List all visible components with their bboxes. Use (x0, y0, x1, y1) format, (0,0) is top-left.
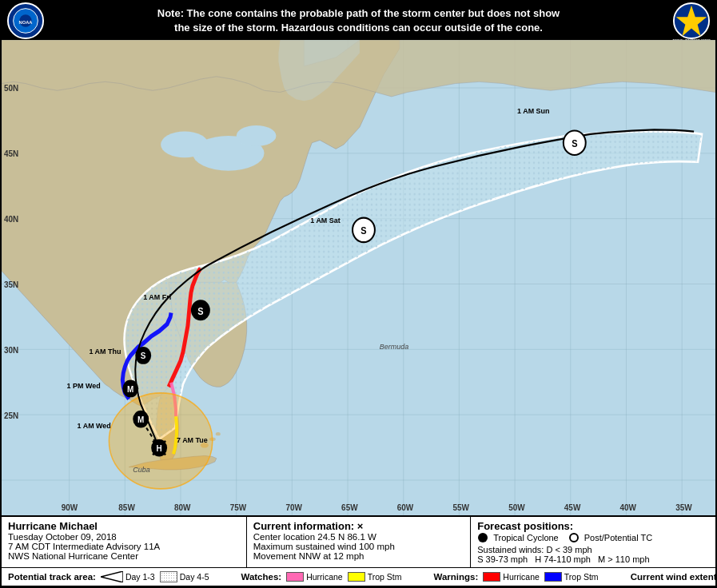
tc-label: Tropical Cyclone (493, 533, 559, 542)
current-wind: Maximum sustained wind 100 mph (253, 542, 464, 551)
svg-text:Bermuda: Bermuda (380, 342, 408, 351)
svg-text:1 AM Sat: 1 AM Sat (310, 216, 340, 224)
svg-text:S: S (141, 352, 146, 360)
watch-trop-label: Trop Stm (368, 572, 402, 582)
svg-text:40W: 40W (620, 503, 637, 512)
main-container: NOAA NATIONAL WEATHER SERVICE Note: The … (0, 0, 717, 588)
svg-text:1 AM Fri: 1 AM Fri (143, 292, 171, 301)
svg-text:M: M (137, 415, 144, 424)
svg-text:S: S (572, 139, 578, 149)
watches-legend: Watches: Hurricane Trop Stm (241, 572, 401, 582)
bottom-section: Hurricane Michael Tuesday October 09, 20… (2, 515, 715, 586)
svg-text:70W: 70W (285, 503, 302, 512)
nws-logo: NATIONAL WEATHER SERVICE (672, 2, 711, 40)
svg-text:1 PM Wed: 1 PM Wed (67, 381, 101, 390)
storm-info-col: Hurricane Michael Tuesday October 09, 20… (2, 517, 247, 567)
svg-point-29 (237, 125, 277, 146)
storm-center: NWS National Hurricane Center (8, 551, 240, 561)
storm-name: Hurricane Michael (8, 520, 240, 532)
svg-text:45N: 45N (4, 149, 18, 158)
svg-text:55W: 55W (452, 503, 469, 512)
svg-text:50W: 50W (508, 503, 525, 512)
svg-text:25N: 25N (4, 411, 18, 419)
info-row: Hurricane Michael Tuesday October 09, 20… (2, 517, 715, 568)
watch-hurricane-label: Hurricane (306, 572, 343, 582)
wind-extent-title: Current wind extent: (631, 572, 717, 582)
svg-text:1 AM Wed: 1 AM Wed (78, 420, 111, 429)
svg-text:75W: 75W (230, 503, 247, 512)
warnings-title: Warnings: (434, 572, 479, 582)
sustained-winds-label: Sustained winds: (477, 545, 544, 554)
m-range: M > 110 mph (598, 554, 650, 564)
warning-trop: Trop Stm (544, 572, 599, 582)
current-info-title: Current information: × (253, 520, 464, 532)
post-tc-label: Post/Potential TC (584, 533, 652, 542)
storm-date: Tuesday October 09, 2018 (8, 532, 240, 542)
svg-marker-79 (101, 571, 123, 582)
current-location: Center location 24.5 N 86.1 W (253, 532, 464, 542)
s-range: S 39-73 mph (477, 554, 528, 564)
track-day4-5: Day 4-5 (160, 571, 209, 582)
track-legend-title: Potential track area: (8, 572, 96, 582)
storm-advisory: 7 AM CDT Intermediate Advisory 11A (8, 542, 240, 551)
svg-text:50N: 50N (4, 84, 18, 93)
wind-extent-legend: Current wind extent: Hurricane Trop Stm (631, 572, 717, 582)
h-range: H 74-110 mph (535, 554, 591, 564)
top-banner: NOAA NATIONAL WEATHER SERVICE Note: The … (2, 2, 715, 40)
legend-row: Potential track area: Day 1-3 Day 4-5 Wa… (2, 568, 715, 586)
svg-text:H: H (157, 444, 162, 453)
svg-text:85W: 85W (118, 503, 135, 512)
svg-point-28 (161, 132, 209, 158)
svg-text:NOAA: NOAA (19, 20, 33, 25)
svg-text:1 AM Thu: 1 AM Thu (90, 347, 121, 356)
noaa-logo: NOAA (6, 2, 45, 40)
watch-hurricane: Hurricane (286, 572, 343, 582)
warnings-legend: Warnings: Hurricane Trop Stm (434, 572, 599, 582)
hurricane-watch-swatch (286, 572, 304, 582)
svg-text:65W: 65W (341, 503, 358, 512)
track-legend: Potential track area: Day 1-3 Day 4-5 (8, 571, 209, 582)
warning-hurricane-label: Hurricane (503, 572, 540, 582)
track-dot-box (160, 571, 177, 582)
map-area: H M M S S S S 50N 45N 40N 35N 30N (2, 40, 715, 515)
svg-text:45W: 45W (564, 503, 581, 512)
forecast-title: Forecast positions: (477, 520, 709, 532)
track-day1-3: Day 1-3 (101, 571, 155, 582)
d-range: D < 39 mph (546, 545, 592, 554)
svg-text:60W: 60W (397, 503, 414, 512)
trop-watch-swatch (348, 572, 365, 582)
watch-trop: Trop Stm (348, 572, 402, 582)
svg-text:80W: 80W (174, 503, 191, 512)
current-info-col: Current information: × Center location 2… (247, 517, 471, 567)
warning-hurricane: Hurricane (483, 572, 540, 582)
svg-point-32 (216, 432, 221, 435)
svg-text:S: S (360, 226, 367, 236)
forecast-col: Forecast positions: Tropical Cyclone Pos… (471, 517, 715, 567)
svg-text:35W: 35W (675, 503, 692, 512)
svg-text:40N: 40N (4, 215, 18, 224)
track-day4-5-label: Day 4-5 (180, 572, 209, 582)
svg-text:35N: 35N (4, 280, 18, 289)
svg-text:S: S (197, 307, 204, 317)
warning-trop-label: Trop Stm (564, 572, 599, 582)
track-day1-3-label: Day 1-3 (125, 572, 155, 582)
trop-warning-swatch (544, 572, 562, 582)
watches-title: Watches: (241, 572, 281, 582)
current-movement: Movement NNW at 12 mph (253, 551, 464, 561)
svg-text:1 AM Sun: 1 AM Sun (517, 106, 550, 115)
map-svg: H M M S S S S 50N 45N 40N 35N 30N (2, 40, 715, 515)
hurricane-warning-swatch (483, 572, 500, 582)
svg-text:M: M (127, 385, 133, 394)
svg-text:90W: 90W (62, 503, 78, 512)
svg-text:Cuba: Cuba (133, 465, 149, 474)
svg-text:30N: 30N (4, 346, 18, 355)
banner-text: Note: The cone contains the probable pat… (50, 6, 667, 35)
svg-text:7 AM Tue: 7 AM Tue (177, 435, 208, 444)
